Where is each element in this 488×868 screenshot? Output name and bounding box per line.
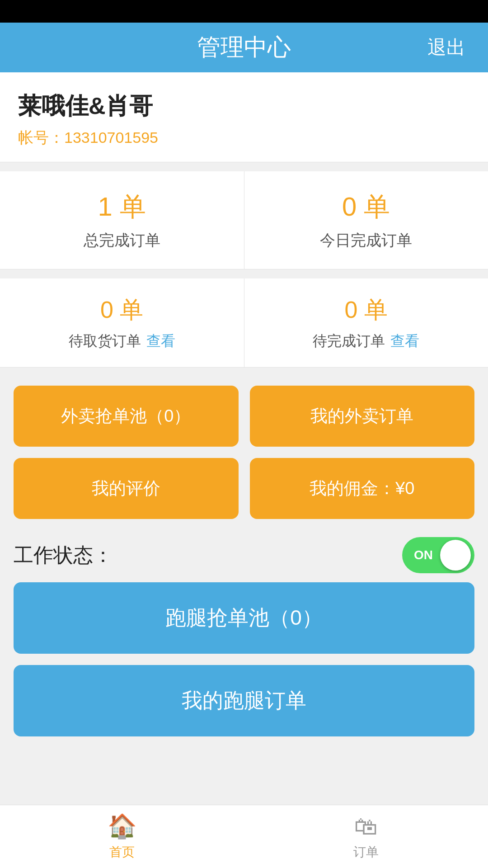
pending-complete-label: 待完成订单 查看 xyxy=(253,331,479,351)
logout-button[interactable]: 退出 xyxy=(427,35,465,60)
bottom-navigation: 🏠 首页 🛍 订单 xyxy=(0,805,488,868)
user-account: 帐号：13310701595 xyxy=(18,127,470,148)
toggle-track: ON xyxy=(402,537,474,573)
order-pool-button[interactable]: 外卖抢单池（0） xyxy=(14,386,239,447)
pending-pickup-label: 待取货订单 查看 xyxy=(9,331,235,351)
nav-home[interactable]: 🏠 首页 xyxy=(0,805,244,868)
my-orders-button[interactable]: 我的外卖订单 xyxy=(250,386,475,447)
action-grid: 外卖抢单池（0） 我的外卖订单 我的评价 我的佣金：¥0 xyxy=(14,386,474,519)
total-orders-cell: 1 单 总完成订单 xyxy=(0,171,244,269)
toggle-thumb xyxy=(440,540,471,571)
work-status-toggle[interactable]: ON xyxy=(402,537,474,573)
my-reviews-button[interactable]: 我的评价 xyxy=(14,458,239,519)
total-orders-number: 1 单 xyxy=(9,189,235,225)
stats-row: 1 单 总完成订单 0 单 今日完成订单 xyxy=(0,171,488,269)
today-orders-label: 今日完成订单 xyxy=(253,230,479,251)
pending-complete-cell: 0 单 待完成订单 查看 xyxy=(244,278,488,367)
today-orders-number: 0 单 xyxy=(253,189,479,225)
page-title: 管理中心 xyxy=(197,32,291,63)
pending-pickup-number: 0 单 xyxy=(9,294,235,326)
nav-orders[interactable]: 🛍 订单 xyxy=(244,805,488,868)
orders-icon: 🛍 xyxy=(354,813,378,840)
complete-view-link[interactable]: 查看 xyxy=(390,331,419,351)
user-info-section: 莱哦佳&肖哥 帐号：13310701595 xyxy=(0,72,488,162)
nav-orders-label: 订单 xyxy=(353,844,379,861)
my-delivery-button[interactable]: 我的跑腿订单 xyxy=(14,665,474,736)
pending-pickup-cell: 0 单 待取货订单 查看 xyxy=(0,278,244,367)
home-icon: 🏠 xyxy=(108,812,137,840)
account-number: 13310701595 xyxy=(64,129,158,146)
delivery-pool-button[interactable]: 跑腿抢单池（0） xyxy=(14,582,474,654)
total-orders-label: 总完成订单 xyxy=(9,230,235,251)
pending-complete-number: 0 单 xyxy=(253,294,479,326)
account-label: 帐号： xyxy=(18,129,64,146)
today-orders-cell: 0 单 今日完成订单 xyxy=(244,171,488,269)
user-name: 莱哦佳&肖哥 xyxy=(18,90,470,122)
pending-row: 0 单 待取货订单 查看 0 单 待完成订单 查看 xyxy=(0,278,488,368)
status-bar xyxy=(0,0,488,23)
action-section: 外卖抢单池（0） 我的外卖订单 我的评价 我的佣金：¥0 xyxy=(0,368,488,537)
toggle-label: ON xyxy=(408,548,433,562)
my-commission-button[interactable]: 我的佣金：¥0 xyxy=(250,458,475,519)
pickup-view-link[interactable]: 查看 xyxy=(146,331,175,351)
work-status-section: 工作状态： ON xyxy=(0,537,488,582)
work-status-label: 工作状态： xyxy=(14,542,113,569)
header: 管理中心 退出 xyxy=(0,23,488,72)
nav-home-label: 首页 xyxy=(109,844,135,861)
delivery-section: 跑腿抢单池（0） 我的跑腿订单 xyxy=(0,582,488,761)
